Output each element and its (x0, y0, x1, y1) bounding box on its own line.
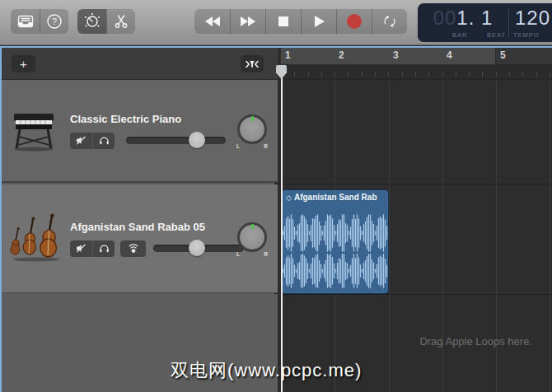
track-controls: Afganistan Sand Rabab 05 (70, 221, 244, 257)
library-button[interactable] (11, 9, 40, 34)
track-controls: Classic Electric Piano (70, 113, 226, 149)
cycle-icon (381, 14, 398, 29)
track-name[interactable]: Afganistan Sand Rabab 05 (70, 221, 244, 233)
forward-button[interactable] (230, 9, 265, 34)
volume-slider[interactable] (153, 245, 244, 252)
scissors-icon (114, 14, 129, 29)
help-icon: ? (46, 13, 63, 30)
bar-number: 4 (447, 49, 452, 61)
track-lanes[interactable]: ◇ Afganistan Sand Rab Drag Apple Loops h… (281, 80, 552, 392)
bar-pad: 00 (433, 7, 457, 29)
input-monitoring-icon (128, 244, 139, 254)
bar-gridline (389, 80, 390, 392)
strings-icon (8, 212, 63, 265)
toolbar: ? (0, 0, 552, 45)
fast-forward-icon (238, 15, 258, 28)
track-header-filter-button[interactable] (241, 55, 264, 72)
mute-button[interactable] (70, 240, 92, 257)
lane-separator (281, 294, 552, 295)
mute-button[interactable] (70, 133, 92, 149)
track-panel-toolbar: + (2, 48, 278, 80)
stop-icon (277, 15, 290, 28)
editor-button[interactable] (106, 9, 135, 34)
track-header-panel: + (2, 48, 278, 392)
stop-button[interactable] (265, 9, 301, 34)
add-track-button[interactable]: + (12, 55, 35, 72)
rewind-icon (203, 15, 222, 28)
position-value: 1. 1 (456, 7, 493, 29)
ruler-bar-numbers[interactable]: 1 2 3 4 5 (281, 48, 552, 64)
help-button[interactable]: ? (40, 9, 68, 34)
funnel-collapse-icon (245, 59, 260, 69)
drag-apple-loops-hint: Drag Apple Loops here. (419, 335, 532, 348)
pan-knob-dial[interactable] (237, 114, 267, 144)
mute-solo-group (70, 240, 115, 257)
tempo-label: TEMPO (513, 31, 540, 39)
lcd-divider (508, 7, 509, 38)
bar-number: 2 (339, 49, 344, 61)
lane-separator (281, 184, 552, 184)
volume-slider-thumb[interactable] (189, 240, 205, 256)
playhead-line (281, 66, 283, 392)
pan-knob[interactable]: L R (235, 113, 269, 149)
bar-label: BAR (452, 31, 467, 39)
beat-label: BEAT (487, 31, 506, 39)
headphones-icon (99, 136, 110, 145)
bar-number: 1 (285, 49, 291, 61)
pan-left-label: L (236, 143, 240, 149)
track-name[interactable]: Classic Electric Piano (70, 113, 226, 125)
mute-icon (76, 244, 87, 253)
pan-right-label: R (264, 251, 268, 257)
view-button-group: ? (11, 9, 68, 34)
transport-controls (194, 9, 407, 34)
mute-icon (76, 136, 87, 145)
waveform (282, 190, 389, 294)
pan-knob-indicator (251, 116, 254, 121)
electric-piano-icon (8, 107, 59, 155)
play-icon (312, 14, 325, 29)
garageband-window: ? (0, 0, 552, 392)
add-track-label: + (20, 58, 27, 70)
tempo-value: 120 (515, 7, 550, 30)
rewind-button[interactable] (194, 9, 230, 34)
play-button[interactable] (301, 9, 336, 34)
editor-button-group (77, 9, 135, 34)
arrange-area[interactable]: 1 2 3 4 5 ◇ Afganistan Sand Rab (281, 48, 552, 392)
smart-controls-button[interactable] (77, 9, 106, 34)
record-button[interactable] (336, 9, 372, 34)
solo-button[interactable] (92, 133, 115, 149)
bar-number: 5 (500, 49, 506, 61)
library-icon (17, 15, 34, 28)
cycle-button[interactable] (372, 9, 407, 34)
record-icon (346, 13, 363, 30)
pan-left-label: L (236, 251, 240, 257)
pan-knob-dial[interactable] (237, 222, 267, 252)
input-monitoring-button[interactable] (120, 240, 146, 257)
pan-right-label: R (264, 143, 268, 149)
track-header-afganistan-sand-rabab[interactable]: Afganistan Sand Rabab 05 (2, 184, 278, 293)
pan-knob-indicator (251, 224, 254, 229)
knob-icon (83, 12, 101, 30)
lcd-display[interactable]: 001. 1 BAR BEAT 120 TEMPO (418, 3, 552, 42)
bar-beat-position: 001. 1 (418, 7, 508, 30)
watermark-text: 双电网(www.pcpc.me) (171, 358, 362, 383)
bar-gridline (550, 80, 550, 392)
pan-knob[interactable]: L R (235, 221, 269, 257)
track-header-classic-electric-piano[interactable]: Classic Electric Piano (2, 80, 278, 183)
audio-region-afganistan-sand-rabab[interactable]: ◇ Afganistan Sand Rab (281, 189, 389, 294)
mute-solo-group (70, 133, 115, 149)
headphones-icon (99, 244, 110, 253)
volume-slider[interactable] (126, 137, 226, 144)
volume-slider-thumb[interactable] (189, 132, 205, 148)
ruler-beat-ticks[interactable] (281, 64, 552, 80)
ruler-active-range (281, 48, 496, 64)
svg-text:?: ? (52, 16, 57, 26)
solo-button[interactable] (92, 240, 115, 257)
bar-number: 3 (393, 49, 399, 61)
